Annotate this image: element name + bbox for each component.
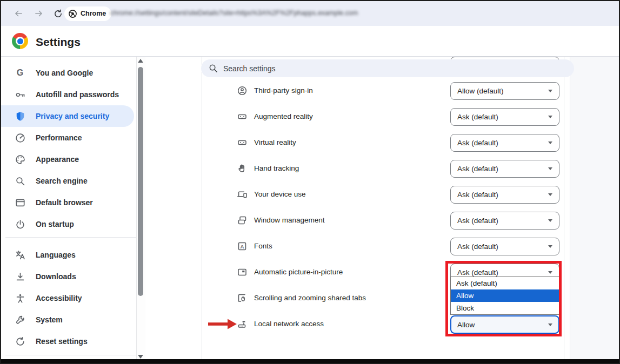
search-input[interactable]: Search settings	[201, 59, 574, 77]
palette-icon	[15, 154, 25, 165]
dropdown-value: Allow	[457, 321, 475, 329]
permission-dropdown[interactable]: Ask (default)	[450, 238, 559, 255]
sidebar-item-label: System	[36, 315, 63, 324]
browser-window-icon	[15, 197, 25, 208]
translate-icon	[15, 250, 25, 260]
permission-dropdown[interactable]: Ask (default)	[450, 212, 559, 230]
speedometer-icon	[15, 132, 25, 143]
sidebar-item-languages[interactable]: Languages	[1, 244, 136, 266]
sidebar-item-search-engine[interactable]: Search engine	[1, 170, 136, 192]
menu-option-allow[interactable]: Allow	[451, 289, 559, 302]
sidebar-item-you-and-google[interactable]: G You and Google	[1, 62, 136, 84]
row-label: Hand tracking	[254, 164, 299, 173]
chevron-down-icon	[548, 271, 552, 274]
hand-icon	[237, 163, 248, 174]
address-url-blurred[interactable]: chrome://settings/content/siteDetails?si…	[110, 9, 358, 17]
chrome-logo-icon	[12, 33, 28, 49]
permission-dropdown[interactable]: Ask (default)	[450, 186, 559, 204]
ar-goggles-icon	[237, 111, 248, 122]
sidebar-item-label: Privacy and security	[36, 112, 109, 120]
download-icon	[15, 271, 25, 282]
sidebar-item-label: Performance	[36, 133, 82, 142]
scrollbar-down-arrow-icon[interactable]	[138, 355, 143, 359]
forward-button[interactable]	[32, 7, 45, 20]
row-label: Augmented reality	[254, 112, 313, 122]
refresh-button[interactable]	[51, 7, 64, 20]
sidebar-item-label: Languages	[36, 251, 76, 259]
permission-dropdown[interactable]: Allow (default)	[450, 82, 559, 100]
dropdown-value: Ask (default)	[457, 139, 498, 147]
row-label: Virtual reality	[254, 138, 296, 147]
dropdown-value: Ask (default)	[457, 242, 498, 251]
chevron-down-icon	[548, 167, 552, 170]
sidebar-item-performance[interactable]: Performance	[1, 127, 136, 149]
sidebar-item-label: Autofill and passwords	[36, 90, 119, 99]
tab-mouse-icon	[237, 293, 248, 304]
annotation-red-arrow-icon	[208, 319, 237, 329]
browser-toolbar: Chrome chrome://settings/content/siteDet…	[1, 1, 619, 26]
search-icon	[209, 64, 218, 73]
letter-a-box-icon: A	[237, 241, 248, 252]
permission-dropdown[interactable]: Ask (default)	[450, 134, 559, 152]
dropdown-value: Ask (default)	[457, 113, 498, 121]
window-frame-bottom	[1, 359, 619, 364]
local-network-access-dropdown[interactable]: Allow	[450, 315, 559, 334]
menu-option-block[interactable]: Block	[451, 302, 559, 314]
stacked-windows-icon	[237, 215, 248, 226]
row-label: Third-party sign-in	[254, 86, 313, 96]
sidebar-item-label: Search engine	[36, 177, 88, 185]
chevron-down-icon	[548, 116, 552, 118]
chrome-badge-label: Chrome	[81, 10, 106, 17]
laptop-phone-icon	[237, 189, 248, 200]
permission-dropdown[interactable]: Ask (default)	[450, 108, 559, 126]
sidebar-item-system[interactable]: System	[1, 309, 136, 331]
card-right-border	[564, 56, 564, 359]
sidebar-item-label: Reset settings	[36, 337, 88, 346]
wrench-icon	[15, 314, 25, 325]
chevron-down-icon	[548, 141, 552, 144]
sidebar-item-label: Default browser	[36, 198, 93, 207]
menu-option-ask-default[interactable]: Ask (default)	[451, 277, 559, 289]
dropdown-value: Allow (default)	[457, 87, 504, 95]
chevron-down-icon	[548, 245, 552, 248]
chevron-down-icon	[548, 90, 552, 92]
power-icon	[15, 219, 25, 230]
sidebar-item-privacy-security[interactable]: Privacy and security	[1, 105, 134, 127]
sidebar-item-on-startup[interactable]: On startup	[1, 213, 136, 235]
search-placeholder: Search settings	[223, 64, 276, 73]
sidebar-item-label: Accessibility	[36, 294, 82, 302]
sidebar-item-label: On startup	[36, 220, 74, 228]
accessibility-person-icon	[15, 293, 25, 304]
chrome-mono-logo-icon	[68, 9, 77, 18]
sidebar-item-appearance[interactable]: Appearance	[1, 149, 136, 170]
sidebar-item-reset-settings[interactable]: Reset settings	[1, 331, 136, 352]
sidebar-item-downloads[interactable]: Downloads	[1, 266, 136, 287]
person-circle-icon	[237, 85, 248, 96]
sidebar-item-label: Appearance	[36, 155, 79, 164]
shield-icon	[15, 111, 25, 122]
sidebar-divider	[5, 355, 136, 355]
magnifier-icon	[15, 176, 25, 186]
sidebar-item-label: Downloads	[36, 272, 76, 281]
chevron-down-icon	[548, 219, 552, 222]
sidebar-item-default-browser[interactable]: Default browser	[1, 192, 136, 213]
chevron-down-icon	[548, 323, 552, 326]
page-title: Settings	[36, 36, 81, 49]
forward-arrow-icon	[34, 8, 44, 19]
back-button[interactable]	[12, 7, 25, 20]
settings-header: Settings Search settings	[1, 26, 619, 57]
sidebar-divider	[5, 237, 136, 238]
permission-dropdown[interactable]: Ask (default)	[450, 160, 559, 178]
sidebar-item-label: You and Google	[36, 69, 93, 77]
back-arrow-icon	[13, 8, 24, 19]
chrome-origin-chip[interactable]: Chrome	[64, 6, 111, 21]
dropdown-menu: Ask (default) Allow Block	[450, 277, 559, 315]
row-label: Scrolling and zooming shared tabs	[254, 293, 366, 303]
sidebar-item-accessibility[interactable]: Accessibility	[1, 287, 136, 309]
sidebar-scrollbar-thumb[interactable]	[138, 67, 143, 296]
sidebar-item-autofill[interactable]: Autofill and passwords	[1, 84, 136, 105]
picture-in-picture-icon	[237, 267, 248, 278]
scrollbar-up-arrow-icon[interactable]	[138, 59, 143, 63]
dropdown-value: Ask (default)	[457, 217, 498, 225]
reset-icon	[15, 336, 25, 347]
